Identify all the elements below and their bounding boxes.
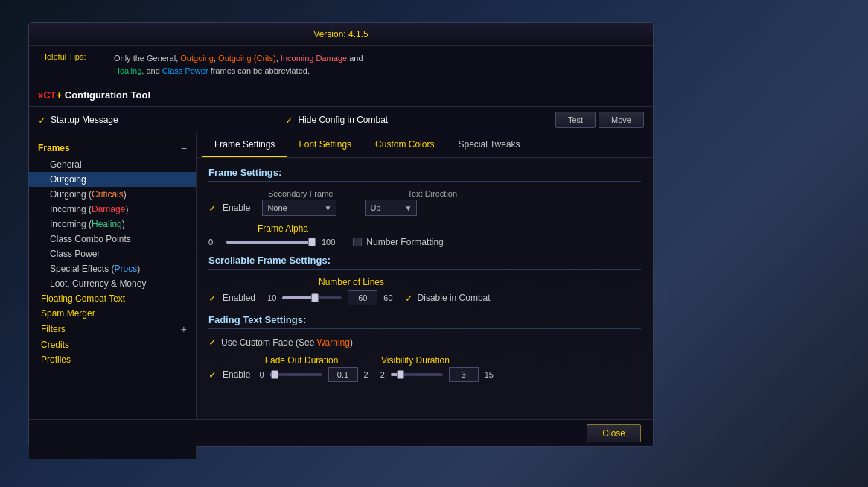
secondary-frame-label: Secondary Frame bbox=[268, 189, 333, 198]
version-label: Version: 4.1.5 bbox=[313, 29, 368, 39]
frame-alpha-min: 0 bbox=[208, 238, 220, 246]
frame-alpha-group: Frame Alpha 0 100 Number Formatt bbox=[208, 223, 641, 247]
frames-collapse-icon[interactable]: − bbox=[181, 142, 187, 154]
fade-out-value-input[interactable]: 0.1 bbox=[328, 367, 358, 382]
filters-add-icon[interactable]: + bbox=[181, 323, 187, 335]
app-title: xCT+ Configuration Tool bbox=[38, 89, 150, 101]
close-button[interactable]: Close bbox=[587, 424, 641, 442]
scrollable-frame-title: Scrollable Frame Settings: bbox=[208, 255, 641, 270]
text-direction-value: Up bbox=[370, 203, 401, 212]
class-combo-label: Class Combo Points bbox=[50, 234, 131, 244]
sidebar-item-outgoing-crits[interactable]: Outgoing (Criticals) bbox=[29, 187, 196, 202]
text-direction-label: Text Direction bbox=[407, 189, 457, 198]
helpful-tips-label: Helpful Tips: bbox=[41, 52, 108, 77]
frame-alpha-title: Frame Alpha bbox=[208, 223, 357, 234]
special-effects-label: Special Effects (Procs) bbox=[50, 264, 140, 274]
tab-custom-colors[interactable]: Custom Colors bbox=[363, 133, 446, 157]
fading-enable-label: Enable bbox=[223, 369, 250, 380]
warning-label: Warning bbox=[317, 337, 350, 348]
tab-frame-settings[interactable]: Frame Settings bbox=[202, 133, 287, 157]
main-window: Version: 4.1.5 Helpful Tips: Only the Ge… bbox=[28, 22, 654, 447]
test-button[interactable]: Test bbox=[555, 112, 596, 128]
custom-fade-row: ✓ Use Custom Fade (See Warning) bbox=[208, 337, 641, 348]
tab-bar: Frame Settings Font Settings Custom Colo… bbox=[197, 133, 653, 158]
number-formatting-checkbox[interactable] bbox=[353, 238, 362, 246]
frame-alpha-slider[interactable] bbox=[226, 241, 316, 244]
incoming-damage-label: Incoming (Damage) bbox=[50, 204, 128, 214]
frame-alpha-row: 0 100 Number Formatting bbox=[208, 237, 641, 247]
frames-label: Frames bbox=[38, 143, 70, 153]
fading-text-title: Fading Text Settings: bbox=[208, 314, 641, 329]
sidebar-item-profiles[interactable]: Profiles bbox=[29, 352, 196, 367]
frames-section-header[interactable]: Frames − bbox=[29, 139, 196, 157]
sidebar-item-class-combo[interactable]: Class Combo Points bbox=[29, 232, 196, 246]
fading-enable-row: ✓ Enable 0 0.1 2 2 bbox=[208, 367, 641, 382]
sidebar-item-floating[interactable]: Floating Combat Text bbox=[29, 291, 196, 306]
custom-fade-label: Use Custom Fade (See Warning) bbox=[221, 337, 353, 348]
startup-label: Startup Message bbox=[51, 115, 118, 125]
scrollable-enabled-row: ✓ Enabled 10 60 60 ✓ Disabl bbox=[208, 290, 641, 305]
number-of-lines-label: Number of Lines bbox=[319, 277, 384, 287]
visibility-label: Visibility Duration bbox=[371, 355, 460, 366]
tab-font-settings[interactable]: Font Settings bbox=[287, 133, 363, 157]
sidebar-item-special-effects[interactable]: Special Effects (Procs) bbox=[29, 261, 196, 276]
startup-checkmark: ✓ bbox=[38, 115, 46, 126]
sidebar-item-class-power[interactable]: Class Power bbox=[29, 246, 196, 261]
scrollable-enabled-label: Enabled bbox=[223, 293, 255, 303]
enable-checkmark: ✓ bbox=[208, 203, 217, 214]
hide-config-checkmark: ✓ bbox=[285, 115, 293, 126]
visibility-max: 15 bbox=[485, 370, 494, 379]
outgoing-label: Outgoing bbox=[50, 174, 86, 185]
scrollable-min-val: 10 bbox=[267, 293, 276, 302]
sidebar-item-credits[interactable]: Credits bbox=[29, 337, 196, 352]
loot-label: Loot, Currency & Money bbox=[50, 278, 146, 289]
visibility-mid: 2 bbox=[380, 370, 385, 379]
hide-config-label: Hide Config in Combat bbox=[298, 115, 388, 125]
scrollable-slider[interactable] bbox=[282, 296, 342, 299]
fade-out-min: 0 bbox=[259, 370, 264, 379]
spam-label: Spam Merger bbox=[41, 308, 95, 319]
general-label: General bbox=[50, 159, 82, 170]
sidebar: Frames − General Outgoing Outgoing (Crit… bbox=[29, 133, 197, 459]
class-power-label: Class Power bbox=[50, 249, 100, 259]
sidebar-item-outgoing[interactable]: Outgoing bbox=[29, 172, 196, 187]
frame-settings-section: Frame Settings: Secondary Frame Text Dir… bbox=[208, 167, 641, 247]
fade-out-label: Fade Out Duration bbox=[253, 355, 350, 366]
profiles-label: Profiles bbox=[41, 354, 71, 365]
sidebar-item-incoming-damage[interactable]: Incoming (Damage) bbox=[29, 202, 196, 217]
text-direction-arrow: ▼ bbox=[404, 204, 412, 212]
disable-combat-row[interactable]: ✓ Disable in Combat bbox=[405, 293, 491, 304]
number-formatting-row[interactable]: Number Formatting bbox=[353, 237, 443, 247]
startup-message-row: ✓ Startup Message bbox=[38, 115, 118, 126]
main-panel: Frame Settings Font Settings Custom Colo… bbox=[197, 133, 653, 459]
tab-special-tweaks[interactable]: Special Tweaks bbox=[446, 133, 532, 157]
fading-text-section: Fading Text Settings: ✓ Use Custom Fade … bbox=[208, 314, 641, 382]
scrollable-checkmark: ✓ bbox=[208, 293, 217, 304]
hide-config-row[interactable]: ✓ Hide Config in Combat bbox=[285, 115, 388, 126]
text-direction-dropdown[interactable]: Up ▼ bbox=[365, 200, 417, 216]
scrollable-max-val: 60 bbox=[383, 293, 392, 302]
visibility-value-input[interactable]: 3 bbox=[449, 367, 479, 382]
helpful-tips-text: Only the General, Outgoing, Outgoing (Cr… bbox=[114, 52, 363, 77]
incoming-healing-label: Incoming (Healing) bbox=[50, 219, 125, 229]
sidebar-item-general[interactable]: General bbox=[29, 157, 196, 172]
number-formatting-label: Number Formatting bbox=[366, 237, 443, 247]
sidebar-item-incoming-healing[interactable]: Incoming (Healing) bbox=[29, 217, 196, 232]
secondary-frame-arrow: ▼ bbox=[324, 204, 331, 212]
disable-combat-checkmark: ✓ bbox=[405, 293, 413, 304]
fade-out-slider[interactable] bbox=[270, 373, 322, 376]
helpful-tips-bar: Helpful Tips: Only the General, Outgoing… bbox=[29, 46, 653, 83]
frame-settings-title: Frame Settings: bbox=[208, 167, 641, 182]
content-area: Frames − General Outgoing Outgoing (Crit… bbox=[29, 133, 653, 459]
secondary-frame-dropdown[interactable]: None ▼ bbox=[262, 200, 336, 216]
sidebar-item-loot[interactable]: Loot, Currency & Money bbox=[29, 276, 196, 291]
scrollable-frame-section: Scrollable Frame Settings: Number of Lin… bbox=[208, 255, 641, 305]
credits-label: Credits bbox=[41, 340, 69, 350]
visibility-slider[interactable] bbox=[391, 373, 443, 376]
bottom-bar: Close bbox=[29, 419, 653, 446]
sidebar-item-spam[interactable]: Spam Merger bbox=[29, 306, 196, 321]
sidebar-item-filters[interactable]: Filters bbox=[41, 324, 66, 334]
custom-fade-checkmark: ✓ bbox=[208, 337, 217, 348]
move-button[interactable]: Move bbox=[599, 112, 644, 128]
scrollable-lines-input[interactable]: 60 bbox=[348, 290, 377, 305]
